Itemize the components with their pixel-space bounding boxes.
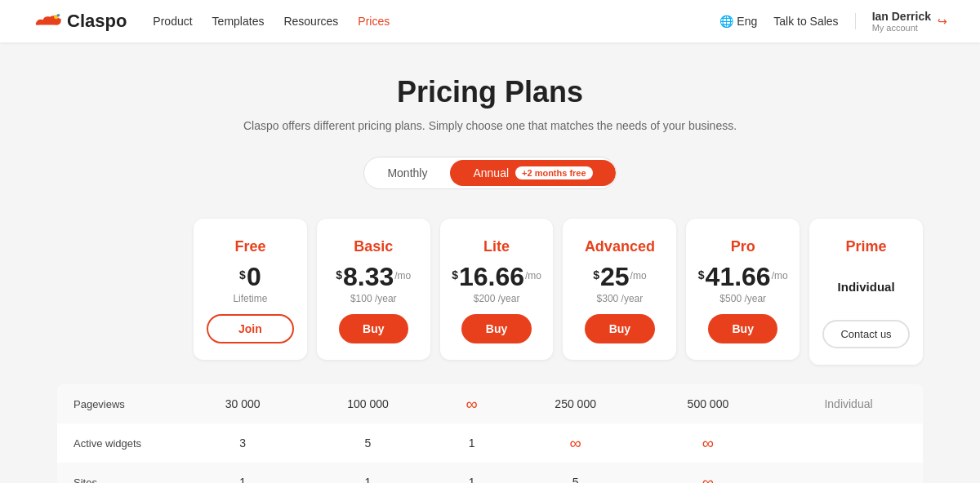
plan-lite-btn[interactable]: Buy xyxy=(461,314,531,343)
features-table: Pageviews 30 000 100 000 ∞ 250 000 500 0… xyxy=(57,384,923,483)
feature-sites-advanced: 5 xyxy=(510,463,642,483)
plan-free-sub: Lifetime xyxy=(207,293,294,304)
user-name: Ian Derrick xyxy=(872,10,931,23)
language-selector[interactable]: 🌐 Eng xyxy=(719,15,757,28)
plan-basic-sub: $100 /year xyxy=(330,293,417,304)
plan-basic-amount: 8.33 xyxy=(343,264,394,290)
nav-templates[interactable]: Templates xyxy=(212,15,265,28)
plan-lite-period: /mo xyxy=(525,270,541,281)
plan-lite-dollar: $ xyxy=(452,268,458,281)
plan-prime-name: Prime xyxy=(822,238,910,255)
plan-prime-sub: Individual xyxy=(822,280,910,294)
toggle-pill: Monthly Annual +2 months free xyxy=(363,157,616,189)
my-account-label: My account xyxy=(872,23,931,33)
plan-free-dollar: $ xyxy=(239,268,246,281)
billing-toggle: Monthly Annual +2 months free xyxy=(57,157,923,189)
infinity-icon-pro: ∞ xyxy=(702,434,714,452)
plan-lite-sub: $200 /year xyxy=(453,293,541,304)
page-subtitle: Claspo offers different pricing plans. S… xyxy=(57,119,923,132)
plan-lite-name: Lite xyxy=(453,238,541,255)
plan-pro: Pro $ 41.66 /mo $500 /year Buy xyxy=(686,219,800,360)
feature-widgets-row: Active widgets 3 5 1 ∞ ∞ xyxy=(57,423,923,463)
page-title: Pricing Plans xyxy=(57,75,923,109)
feature-widgets-prime xyxy=(774,423,923,463)
plan-free-name: Free xyxy=(207,238,294,255)
navbar: Claspo Product Templates Resources Price… xyxy=(0,0,980,42)
feature-sites-label: Sites xyxy=(57,463,184,483)
plan-free-btn[interactable]: Join xyxy=(207,314,294,343)
feature-widgets-advanced: ∞ xyxy=(510,423,642,463)
feature-widgets-pro: ∞ xyxy=(642,423,774,463)
feature-pageviews-basic: 100 000 xyxy=(301,384,434,423)
logout-icon: ↪ xyxy=(938,15,947,28)
plan-pro-sub: $500 /year xyxy=(699,293,786,304)
plan-pro-btn[interactable]: Buy xyxy=(708,314,777,343)
plan-basic: Basic $ 8.33 /mo $100 /year Buy xyxy=(317,219,430,360)
nav-product[interactable]: Product xyxy=(153,15,192,28)
lang-label: Eng xyxy=(737,15,757,28)
annual-option[interactable]: Annual +2 months free xyxy=(450,160,615,186)
infinity-icon: ∞ xyxy=(466,395,477,413)
svg-point-1 xyxy=(57,14,60,17)
feature-pageviews-label: Pageviews xyxy=(57,384,184,423)
nav-prices[interactable]: Prices xyxy=(358,15,390,28)
monthly-option[interactable]: Monthly xyxy=(364,160,450,186)
annual-label: Annual xyxy=(473,166,509,179)
main-content: Pricing Plans Claspo offers different pr… xyxy=(41,42,939,483)
plan-advanced-sub: $300 /year xyxy=(576,293,663,304)
feature-pageviews-row: Pageviews 30 000 100 000 ∞ 250 000 500 0… xyxy=(57,384,923,423)
plan-advanced-btn[interactable]: Buy xyxy=(585,314,654,343)
plan-pro-amount: 41.66 xyxy=(706,264,771,290)
nav-resources[interactable]: Resources xyxy=(283,15,338,28)
plan-basic-period: /mo xyxy=(394,270,411,281)
globe-icon: 🌐 xyxy=(719,15,733,28)
plan-basic-btn[interactable]: Buy xyxy=(339,314,408,343)
feature-widgets-free: 3 xyxy=(184,423,301,463)
feature-pageviews-prime: Individual xyxy=(774,384,923,423)
plan-free-amount: 0 xyxy=(247,264,261,290)
infinity-icon-adv: ∞ xyxy=(570,434,581,452)
feature-pageviews-pro: 500 000 xyxy=(642,384,774,423)
feature-pageviews-free: 30 000 xyxy=(184,384,301,423)
nav-links: Product Templates Resources Prices xyxy=(153,15,719,28)
feature-widgets-basic: 5 xyxy=(301,423,434,463)
plan-lite-amount: 16.66 xyxy=(459,264,524,290)
feature-widgets-label: Active widgets xyxy=(57,423,184,463)
plan-advanced-dollar: $ xyxy=(593,268,599,281)
plan-lite-price-row: $ 16.66 /mo xyxy=(453,264,541,290)
navbar-right: 🌐 Eng Talk to Sales Ian Derrick My accou… xyxy=(719,10,947,33)
feature-sites-prime xyxy=(774,463,923,483)
plan-pro-period: /mo xyxy=(772,270,788,281)
plan-free-price-row: $ 0 xyxy=(207,264,294,290)
plan-prime-btn[interactable]: Contact us xyxy=(822,320,910,348)
feature-sites-basic: 1 xyxy=(301,463,434,483)
feature-pageviews-advanced: 250 000 xyxy=(510,384,642,423)
plan-prime: Prime Individual Contact us xyxy=(809,219,923,365)
talk-to-sales-link[interactable]: Talk to Sales xyxy=(773,15,838,28)
logo-icon xyxy=(33,12,62,30)
plan-advanced: Advanced $ 25 /mo $300 /year Buy xyxy=(563,219,676,360)
feature-widgets-lite: 1 xyxy=(434,423,510,463)
plan-basic-dollar: $ xyxy=(336,268,342,281)
feature-sites-row: Sites 1 1 1 5 ∞ xyxy=(57,463,923,483)
plan-advanced-name: Advanced xyxy=(576,238,663,255)
plan-free: Free $ 0 Lifetime Join xyxy=(194,219,307,360)
feature-sites-lite: 1 xyxy=(434,463,510,483)
plan-lite: Lite $ 16.66 /mo $200 /year Buy xyxy=(440,219,554,360)
plan-advanced-period: /mo xyxy=(630,270,647,281)
plan-basic-price-row: $ 8.33 /mo xyxy=(330,264,417,290)
logo-text: Claspo xyxy=(67,11,127,32)
plan-basic-name: Basic xyxy=(330,238,417,255)
divider xyxy=(855,13,856,29)
logo[interactable]: Claspo xyxy=(33,11,127,32)
pricing-cards: Free $ 0 Lifetime Join Basic $ 8.33 /mo … xyxy=(57,219,923,365)
feature-sites-pro: ∞ xyxy=(642,463,774,483)
plan-advanced-price-row: $ 25 /mo xyxy=(576,264,663,290)
plan-advanced-amount: 25 xyxy=(600,264,630,290)
plan-pro-dollar: $ xyxy=(698,268,705,281)
plan-pro-price-row: $ 41.66 /mo xyxy=(699,264,786,290)
months-free-badge: +2 months free xyxy=(515,166,593,179)
infinity-icon-pro-sites: ∞ xyxy=(702,473,714,483)
feature-pageviews-lite: ∞ xyxy=(434,384,510,423)
user-menu[interactable]: Ian Derrick My account ↪ xyxy=(872,10,947,33)
